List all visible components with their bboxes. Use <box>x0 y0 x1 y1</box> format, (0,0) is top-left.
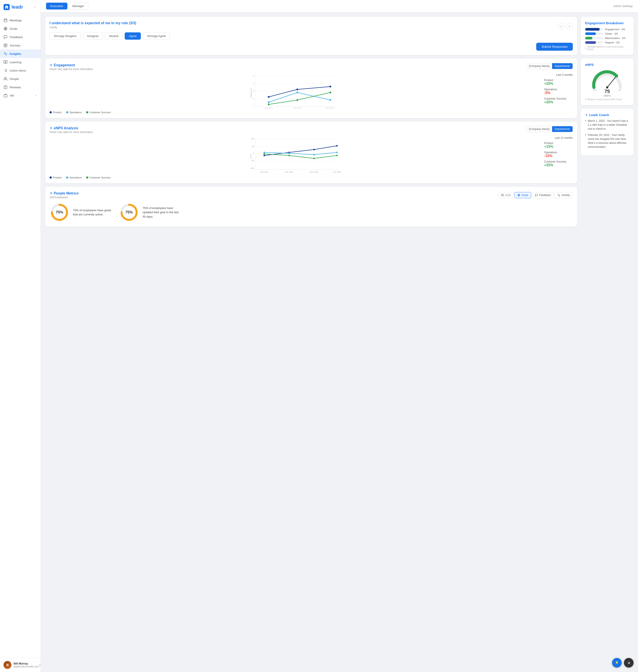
enps-line-chart: 100 50 0 -50 -100 <box>50 136 541 174</box>
main-tabs: Executive Manager <box>46 3 88 10</box>
info-icon: ℹ <box>585 47 586 49</box>
enps-gauge-svg: -100 100 <box>589 69 625 91</box>
sidebar-item-surveys[interactable]: Surveys <box>0 41 40 50</box>
svg-point-38 <box>330 91 331 94</box>
leadr-coach-card: ✦ Leadr Coach March 1, 2022 - You haven'… <box>581 108 634 155</box>
svg-text:Jun 2022: Jun 2022 <box>333 171 341 173</box>
people-metrics-tabs: 1:1's Goals Feedback <box>498 192 573 198</box>
sidebar-item-action-items[interactable]: Action Items <box>0 66 40 75</box>
svg-point-34 <box>297 91 298 94</box>
svg-rect-12 <box>4 86 7 89</box>
pulse-card: I understand what is expected of me in m… <box>45 17 577 55</box>
admin-settings-link[interactable]: Admin Settings <box>614 4 633 8</box>
svg-point-36 <box>268 103 270 105</box>
svg-text:2: 2 <box>253 98 254 100</box>
engagement-stat-operations: Operations -5% <box>544 88 573 95</box>
enps-stat-product-value: +15% <box>544 145 573 149</box>
tab-executive[interactable]: Executive <box>46 3 67 10</box>
sidebar-item-people[interactable]: People <box>0 75 40 83</box>
main-content: Executive Manager Admin Settings I under… <box>41 0 638 672</box>
sidebar-item-reviews[interactable]: Reviews <box>0 83 40 91</box>
svg-line-76 <box>607 77 616 87</box>
sidebar-item-goals-label: Goals <box>10 27 17 30</box>
pm-tab-one-on-ones[interactable]: 1:1's <box>498 192 514 198</box>
toggle-company-name[interactable]: [Company Name] <box>526 63 552 69</box>
pm-tab-activity-label: Activity <box>561 194 570 197</box>
svg-point-71 <box>519 195 519 195</box>
pulse-card-title: I understand what is expected of me in m… <box>50 21 573 25</box>
enps-analysis-card: ✕ eNPS Analysis Hover over data for more… <box>45 122 577 183</box>
svg-text:Nov 2021: Nov 2021 <box>326 107 335 108</box>
svg-point-37 <box>297 99 298 101</box>
svg-point-66 <box>313 158 315 159</box>
leadr-coach-title: Leadr Coach <box>589 113 609 117</box>
pulse-next-button[interactable]: › <box>566 23 573 30</box>
eb-row-clarity: Clarity - 3/5 <box>585 32 629 35</box>
lightbulb-button[interactable]: 💡 <box>612 658 622 668</box>
pulse-option-agree[interactable]: Agree <box>125 32 141 40</box>
engagement-line-chart: 5 4 3 2 1 <box>50 73 541 108</box>
people-icon <box>501 194 504 197</box>
enps-legend-label-customer-success: Customer Success <box>89 176 111 179</box>
pm-tab-activity[interactable]: Activity <box>554 192 573 198</box>
svg-point-30 <box>268 96 270 98</box>
floating-buttons: 💡 🖥 <box>612 658 634 668</box>
eb-bar-fill-maximization <box>585 37 592 39</box>
people-metrics-expand-icon[interactable]: ✕ <box>50 191 52 195</box>
svg-point-35 <box>330 99 331 101</box>
engagement-chart-svg-area: 5 4 3 2 1 <box>50 73 541 114</box>
svg-rect-13 <box>4 95 7 97</box>
pm-tab-goals[interactable]: Goals <box>515 192 531 198</box>
toggle-departments[interactable]: Departments <box>552 63 573 69</box>
enps-expand-icon[interactable]: ✕ <box>50 126 52 130</box>
enps-gauge-label: eNPS <box>585 94 629 97</box>
pulse-submit-area: Submit Responses <box>50 43 573 51</box>
user-email: bill@husknashville.com <box>14 665 39 668</box>
svg-text:50: 50 <box>252 145 254 148</box>
engagement-expand-icon[interactable]: ✕ <box>50 63 52 67</box>
pulse-nav: ‹ › <box>558 23 573 30</box>
pm-tab-goals-label: Goals <box>521 194 528 197</box>
info-icon-enps: ℹ <box>585 98 586 101</box>
pulse-prev-button[interactable]: ‹ <box>558 23 565 30</box>
sidebar-item-insights[interactable]: Insights <box>0 50 40 58</box>
eb-bar-fill-rapport <box>585 41 596 44</box>
user-name: Bill Murray <box>14 662 39 665</box>
sidebar-footer: B Bill Murray bill@husknashville.com ∧ <box>0 658 40 672</box>
engagement-breakdown-rows: Engagement - 4/5 Clarity - 3/5 <box>585 28 629 44</box>
enps-legend-label-product: Product <box>53 176 62 179</box>
pulse-options: Strongly Disagree Disagree Neutral Agree… <box>50 32 573 40</box>
svg-text:-100: -100 <box>250 167 254 169</box>
pulse-option-strongly-disagree[interactable]: Strongly Disagree <box>50 32 81 40</box>
sidebar-item-goals[interactable]: Goals <box>0 24 40 33</box>
logo-text: leadr <box>12 4 23 10</box>
enps-right-note: ℹ *Based on most recent eNPS Score <box>585 98 629 101</box>
enps-legend-customer-success: Customer Success <box>86 176 111 179</box>
sidebar-item-hr-label: HR <box>10 94 14 97</box>
people-metrics-card: ✕ People Metrics 150 Employees 1:1's <box>45 187 577 226</box>
monitor-button[interactable]: 🖥 <box>624 658 634 668</box>
coach-item-2: February 20, 2022 - Your clarity score h… <box>585 133 629 149</box>
pm-tab-feedback-label: Feedback <box>539 194 551 197</box>
engagement-breakdown-card: Engagement Breakdown Engagement - 4/5 <box>581 17 634 55</box>
svg-text:-100: -100 <box>593 89 597 91</box>
pulse-option-neutral[interactable]: Neutral <box>105 32 122 40</box>
legend-dot-operations <box>66 111 68 114</box>
pulse-option-strongly-agree[interactable]: Strongly Agree <box>143 32 170 40</box>
sidebar-item-hr[interactable]: HR ↗ <box>0 91 40 100</box>
sidebar-item-meetings[interactable]: Meetings <box>0 16 40 24</box>
svg-point-67 <box>336 155 338 156</box>
svg-point-60 <box>264 152 265 153</box>
collapse-button[interactable]: ← <box>33 5 37 9</box>
people-metric-2: 75% 75% of employees have updated their … <box>119 202 182 222</box>
submit-responses-button[interactable]: Submit Responses <box>536 43 573 51</box>
sidebar-item-feedback[interactable]: Feedback <box>0 33 40 41</box>
legend-item-operations: Operations <box>66 111 82 114</box>
svg-text:Oct 2021: Oct 2021 <box>293 107 301 108</box>
tab-manager[interactable]: Manager <box>68 3 88 10</box>
enps-toggle-company[interactable]: [Company Name] <box>526 126 552 132</box>
pm-tab-feedback[interactable]: Feedback <box>532 192 554 198</box>
enps-toggle-departments[interactable]: Departments <box>552 126 573 132</box>
pulse-option-disagree[interactable]: Disagree <box>83 32 103 40</box>
sidebar-item-learning[interactable]: Learning <box>0 58 40 66</box>
